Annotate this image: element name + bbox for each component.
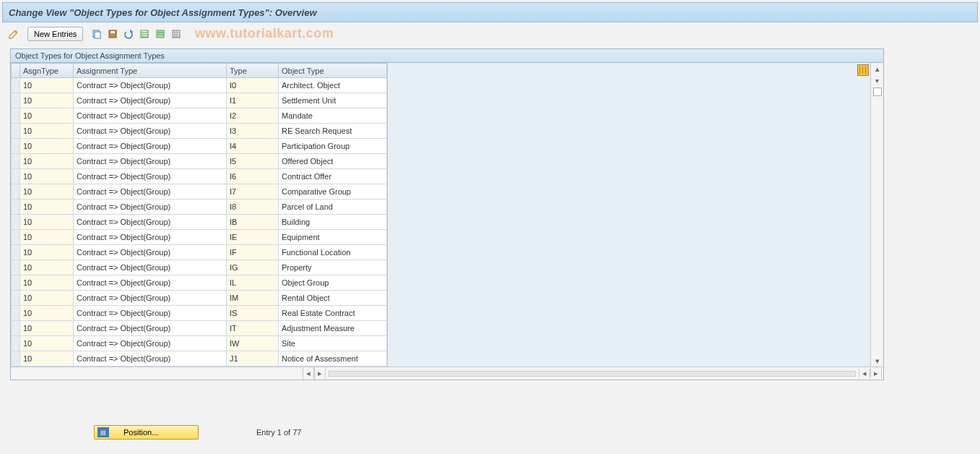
cell-asgn-type[interactable]: 10 (20, 336, 74, 351)
row-selector-header[interactable] (12, 64, 20, 78)
scroll-thumb[interactable] (873, 87, 882, 96)
cell-type[interactable]: IL (227, 275, 279, 291)
row-selector[interactable] (12, 245, 20, 260)
column-asgn-type[interactable]: AsgnType (20, 64, 74, 78)
cell-asgn-type[interactable]: 10 (20, 200, 74, 215)
cell-type[interactable]: I0 (227, 78, 279, 93)
cell-type[interactable]: I3 (227, 124, 279, 139)
scroll-up-icon[interactable]: ▴ (871, 63, 883, 74)
table-row: 10Contract => Object(Group)ISReal Estate… (12, 306, 387, 321)
cell-type[interactable]: IW (227, 336, 279, 351)
row-selector[interactable] (12, 291, 20, 306)
row-selector[interactable] (12, 321, 20, 336)
table-row: 10Contract => Object(Group)IFFunctional … (12, 245, 387, 260)
new-entries-button[interactable]: New Entries (27, 27, 83, 41)
cell-type[interactable]: IE (227, 230, 279, 245)
hscroll-right-icon[interactable]: ▸ (314, 367, 326, 380)
column-object-type[interactable]: Object Type (279, 64, 387, 78)
row-selector[interactable] (12, 93, 20, 108)
row-selector[interactable] (12, 139, 20, 154)
row-selector[interactable] (12, 200, 20, 215)
cell-type[interactable]: IT (227, 321, 279, 336)
position-button[interactable]: ▤ Position... (94, 425, 199, 440)
cell-type[interactable]: I8 (227, 200, 279, 215)
cell-type[interactable]: I1 (227, 93, 279, 108)
row-selector[interactable] (12, 336, 20, 351)
cell-type[interactable]: J1 (227, 351, 279, 367)
undo-icon[interactable] (122, 27, 135, 40)
cell-type[interactable]: I6 (227, 169, 279, 184)
cell-type[interactable]: I5 (227, 154, 279, 169)
row-selector[interactable] (12, 78, 20, 93)
table-row: 10Contract => Object(Group)I8Parcel of L… (12, 200, 387, 215)
cell-type[interactable]: IM (227, 291, 279, 306)
cell-asgn-type[interactable]: 10 (20, 321, 74, 336)
row-selector[interactable] (12, 351, 20, 367)
cell-asgn-type[interactable]: 10 (20, 215, 74, 230)
select-block-icon[interactable] (154, 27, 167, 40)
cell-type[interactable]: IG (227, 260, 279, 275)
cell-asgn-type[interactable]: 10 (20, 245, 74, 260)
cell-object-type: Site (279, 336, 387, 351)
table-row: 10Contract => Object(Group)I3RE Search R… (12, 124, 387, 139)
data-table: AsgnType Assignment Type Type Object Typ… (11, 63, 387, 367)
select-all-icon[interactable] (138, 27, 151, 40)
cell-object-type: Rental Object (279, 291, 387, 306)
scroll-track[interactable] (871, 98, 883, 355)
copy-as-icon[interactable] (90, 27, 103, 40)
row-selector[interactable] (12, 230, 20, 245)
cell-asgn-type[interactable]: 10 (20, 260, 74, 275)
cell-object-type: Adjustment Measure (279, 321, 387, 336)
row-selector[interactable] (12, 169, 20, 184)
row-selector[interactable] (12, 260, 20, 275)
toggle-change-icon[interactable] (7, 27, 20, 40)
cell-asgn-type[interactable]: 10 (20, 275, 74, 291)
cell-type[interactable]: I4 (227, 139, 279, 154)
delete-icon[interactable] (106, 27, 119, 40)
table-row: 10Contract => Object(Group)I2Mandate (12, 108, 387, 124)
title-bar: Change View "Object Types for Object Ass… (2, 2, 978, 22)
scroll-down-icon[interactable]: ▾ (871, 355, 883, 367)
cell-asgn-type[interactable]: 10 (20, 78, 74, 93)
column-assignment-type[interactable]: Assignment Type (74, 64, 227, 78)
hscroll-end-right-icon[interactable]: ▸ (870, 369, 882, 378)
table-main: AsgnType Assignment Type Type Object Typ… (11, 63, 388, 367)
cell-asgn-type[interactable]: 10 (20, 184, 74, 200)
table-row: 10Contract => Object(Group)I6Contract Of… (12, 169, 387, 184)
cell-asgn-type[interactable]: 10 (20, 139, 74, 154)
cell-type[interactable]: IS (227, 306, 279, 321)
hscroll-track[interactable] (329, 371, 856, 377)
cell-assignment-type: Contract => Object(Group) (74, 93, 227, 108)
scroll-page-up-icon[interactable]: ▾ (871, 74, 883, 86)
cell-assignment-type: Contract => Object(Group) (74, 215, 227, 230)
cell-asgn-type[interactable]: 10 (20, 306, 74, 321)
cell-asgn-type[interactable]: 10 (20, 154, 74, 169)
cell-object-type: Settlement Unit (279, 93, 387, 108)
cell-asgn-type[interactable]: 10 (20, 124, 74, 139)
column-type[interactable]: Type (227, 64, 279, 78)
row-selector[interactable] (12, 124, 20, 139)
row-selector[interactable] (12, 154, 20, 169)
cell-asgn-type[interactable]: 10 (20, 169, 74, 184)
table-settings-icon[interactable] (857, 64, 869, 76)
cell-type[interactable]: I2 (227, 108, 279, 124)
row-selector[interactable] (12, 108, 20, 124)
cell-type[interactable]: I7 (227, 184, 279, 200)
row-selector[interactable] (12, 306, 20, 321)
position-icon: ▤ (97, 427, 109, 437)
deselect-all-icon[interactable] (170, 27, 183, 40)
row-selector[interactable] (12, 215, 20, 230)
cell-asgn-type[interactable]: 10 (20, 351, 74, 367)
hscroll-left-icon[interactable]: ◂ (303, 367, 314, 380)
vertical-scrollbar[interactable]: ▴ ▾ ▾ (870, 63, 883, 367)
row-selector[interactable] (12, 184, 20, 200)
cell-assignment-type: Contract => Object(Group) (74, 169, 227, 184)
cell-type[interactable]: IB (227, 215, 279, 230)
cell-type[interactable]: IF (227, 245, 279, 260)
cell-asgn-type[interactable]: 10 (20, 230, 74, 245)
cell-asgn-type[interactable]: 10 (20, 108, 74, 124)
hscroll-end-left-icon[interactable]: ◂ (859, 369, 870, 378)
row-selector[interactable] (12, 275, 20, 291)
cell-asgn-type[interactable]: 10 (20, 291, 74, 306)
cell-asgn-type[interactable]: 10 (20, 93, 74, 108)
